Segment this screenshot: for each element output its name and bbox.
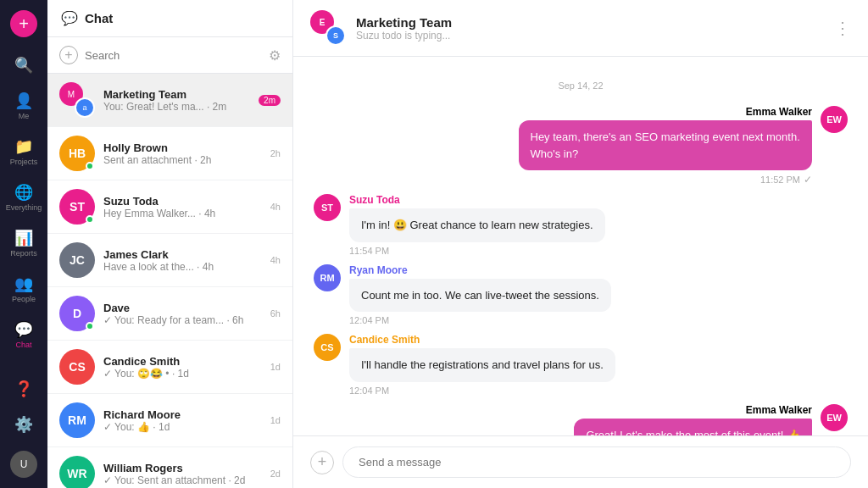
message-time: 11:52 PM ✓ [519, 174, 813, 186]
add-button[interactable]: + [10, 10, 37, 37]
chat-meta: 2h [270, 148, 281, 158]
chat-list-item[interactable]: D Dave ✓ You: Ready for a team... · 6h 6… [47, 287, 292, 341]
message-content: Emma Walker Great! Let's make the most o… [574, 404, 812, 436]
sidebar-title-text: Chat [85, 11, 113, 25]
message-sender: Emma Walker [574, 404, 812, 416]
nav-everything-label: Everything [6, 203, 42, 212]
message-content: Emma Walker Hey team, there's an SEO mar… [519, 106, 813, 186]
search-input[interactable] [85, 49, 262, 62]
nav-item-people[interactable]: 👥 People [0, 268, 47, 310]
chat-preview: You: Great! Let's ma... · 2m [103, 101, 250, 113]
chat-info: Marketing Team You: Great! Let's ma... ·… [103, 88, 250, 113]
sidebar-title: 💬 Chat [61, 10, 279, 26]
message-bubble: I'm in! 😃 Great chance to learn new stra… [349, 208, 605, 242]
nav-chat-label: Chat [15, 341, 31, 349]
chat-header-avatar: E S [310, 10, 346, 46]
chat-list-item[interactable]: WR William Rogers ✓ You: Sent an attachm… [47, 447, 292, 488]
chat-header-status: Suzu todo is typing... [356, 30, 824, 42]
date-divider: Sep 14, 22 [314, 80, 848, 91]
chat-sidebar: 💬 Chat + ⚙ M a Marketing Team You: Great… [47, 0, 293, 488]
chat-info: James Clark Have a look at the... · 4h [103, 248, 262, 273]
chat-list-item[interactable]: HB Holly Brown Sent an attachment · 2h 2… [47, 127, 292, 180]
chat-name: Holly Brown [103, 141, 262, 154]
new-chat-button[interactable]: + [59, 46, 78, 64]
chat-list: M a Marketing Team You: Great! Let's ma.… [47, 74, 292, 488]
chat-info: Candice Smith ✓ You: 🙄😂 • · 1d [103, 355, 262, 380]
message-avatar: RM [314, 264, 341, 291]
chat-meta: 1d [270, 362, 281, 372]
more-options-button[interactable]: ⋮ [834, 18, 851, 38]
chat-preview: Sent an attachment · 2h [103, 154, 262, 166]
chat-info: Richard Moore ✓ You: 👍 · 1d [103, 408, 262, 433]
chat-info: Suzu Toda Hey Emma Walker... · 4h [103, 195, 262, 219]
main-chat-area: E S Marketing Team Suzu todo is typing..… [293, 0, 868, 488]
chat-name: Dave [103, 302, 262, 314]
chat-meta: 2d [270, 469, 281, 479]
chat-list-item[interactable]: JC James Clark Have a look at the... · 4… [47, 234, 292, 287]
message-avatar: EW [821, 106, 848, 133]
message-content: Suzu Toda I'm in! 😃 Great chance to lear… [349, 194, 605, 256]
everything-icon: 🌐 [14, 183, 33, 202]
message-sender: Ryan Moore [349, 264, 611, 276]
nav-item-everything[interactable]: 🌐 Everything [0, 176, 47, 219]
message-row: EW Emma Walker Hey team, there's an SEO … [314, 106, 848, 186]
me-icon: 👤 [14, 92, 33, 110]
message-avatar: ST [314, 194, 341, 221]
chat-meta: 4h [270, 255, 281, 265]
nav-item-projects[interactable]: 📁 Projects [0, 130, 47, 173]
chat-meta: 1d [270, 415, 281, 425]
message-bubble: Great! Let's make the most of this event… [574, 419, 812, 436]
chat-list-item[interactable]: CS Candice Smith ✓ You: 🙄😂 • · 1d 1d [47, 341, 292, 394]
message-sender: Emma Walker [519, 106, 813, 118]
nav-item-me[interactable]: 👤 Me [0, 85, 47, 127]
message-time: 11:54 PM [349, 246, 605, 256]
chat-header: E S Marketing Team Suzu todo is typing..… [293, 0, 868, 57]
search-icon: 🔍 [14, 56, 33, 75]
message-input[interactable] [342, 446, 851, 478]
message-sender: Suzu Toda [349, 194, 605, 206]
chat-name: Candice Smith [103, 355, 262, 368]
settings-gear-icon[interactable]: ⚙ [269, 47, 281, 64]
chat-list-item[interactable]: RM Richard Moore ✓ You: 👍 · 1d 1d [47, 394, 292, 447]
nav-item-settings[interactable]: ⚙️ [10, 408, 37, 441]
message-time: 12:04 PM [349, 385, 615, 396]
chat-name: Richard Moore [103, 408, 262, 421]
left-navigation: + 🔍 👤 Me 📁 Projects 🌐 Everything 📊 Repor… [0, 0, 47, 488]
chat-list-item[interactable]: M a Marketing Team You: Great! Let's ma.… [47, 74, 292, 127]
attach-button[interactable]: + [310, 451, 334, 474]
user-avatar[interactable]: U [10, 451, 37, 478]
chat-name: Suzu Toda [103, 195, 262, 208]
chat-preview: Have a look at the... · 4h [103, 261, 262, 273]
chat-meta: 4h [270, 202, 281, 212]
chat-preview: ✓ You: 👍 · 1d [103, 421, 262, 433]
reports-icon: 📊 [14, 229, 33, 247]
chat-name: Marketing Team [103, 88, 250, 101]
messages-area: Sep 14, 22 EW Emma Walker Hey team, ther… [293, 57, 868, 435]
chat-name: James Clark [103, 248, 262, 261]
chat-name: William Rogers [103, 462, 262, 474]
message-avatar: EW [821, 404, 848, 431]
message-sender: Candice Smith [349, 334, 615, 346]
message-content: Ryan Moore Count me in too. We can live-… [349, 264, 611, 326]
chat-list-item[interactable]: ST Suzu Toda Hey Emma Walker... · 4h 4h [47, 180, 292, 234]
projects-icon: 📁 [14, 137, 33, 156]
message-row: CS Candice Smith I'll handle the registr… [314, 334, 848, 396]
nav-item-search[interactable]: 🔍 [0, 49, 47, 81]
chat-preview: ✓ You: 🙄😂 • · 1d [103, 368, 262, 380]
nav-reports-label: Reports [10, 249, 37, 258]
nav-item-chat[interactable]: 💬 Chat [0, 313, 47, 356]
nav-item-reports[interactable]: 📊 Reports [0, 222, 47, 264]
help-icon: ❓ [14, 380, 33, 398]
chat-info: Holly Brown Sent an attachment · 2h [103, 141, 262, 166]
chat-icon-nav: 💬 [14, 320, 33, 339]
message-avatar: CS [314, 334, 341, 361]
nav-projects-label: Projects [10, 158, 38, 166]
search-bar: + ⚙ [47, 37, 292, 74]
nav-item-help[interactable]: ❓ [10, 373, 37, 405]
message-row: EW Emma Walker Great! Let's make the mos… [314, 404, 848, 436]
people-icon: 👥 [14, 274, 33, 293]
read-check-icon: ✓ [804, 174, 812, 186]
message-bubble: I'll handle the registrations and travel… [349, 348, 615, 382]
message-bubble: Hey team, there's an SEO marketing event… [519, 120, 813, 170]
nav-people-label: People [12, 295, 36, 303]
